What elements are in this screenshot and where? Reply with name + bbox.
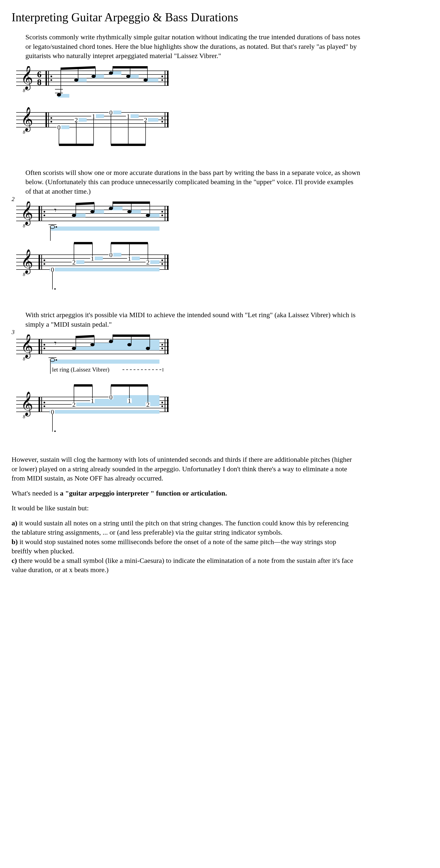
svg-point-217 bbox=[54, 431, 56, 432]
svg-point-105 bbox=[127, 210, 132, 213]
svg-rect-161 bbox=[51, 360, 160, 364]
item-b-text: it would stop sustained notes some milli… bbox=[11, 538, 336, 555]
svg-point-196 bbox=[162, 406, 163, 407]
item-c-label: c) bbox=[11, 557, 17, 564]
svg-text:8: 8 bbox=[23, 356, 25, 361]
svg-rect-143 bbox=[111, 242, 148, 244]
measure-number-3: 3 bbox=[11, 328, 14, 336]
paragraph-6: It would be like sustain but: bbox=[11, 503, 358, 513]
svg-point-107 bbox=[146, 214, 150, 217]
list-items: a) it would sustain all notes on a strin… bbox=[11, 519, 358, 575]
svg-point-157 bbox=[162, 344, 163, 346]
svg-point-81 bbox=[44, 211, 45, 213]
music-example-1: 𝄞 8 6 8 bbox=[11, 66, 429, 159]
measure-number-2: 2 bbox=[11, 195, 14, 203]
svg-point-12 bbox=[162, 79, 163, 81]
let-ring-label: let ring (Laissez Vibrer) bbox=[52, 366, 109, 373]
svg-point-31 bbox=[126, 75, 130, 78]
svg-marker-102 bbox=[76, 202, 94, 205]
svg-marker-36 bbox=[113, 66, 147, 68]
svg-rect-164 bbox=[110, 340, 160, 343]
svg-point-195 bbox=[162, 402, 163, 403]
paragraph-4: However, sustain will clog the harmony w… bbox=[11, 455, 358, 483]
para5-bold: a "guitar arpeggio interpreter " functio… bbox=[60, 489, 227, 497]
svg-point-48 bbox=[162, 117, 163, 119]
item-a-text: it would sustain all notes on a string u… bbox=[11, 519, 348, 536]
svg-point-119 bbox=[44, 259, 45, 261]
music-example-3: 3 𝄞 8 𝄾 l bbox=[11, 335, 429, 445]
svg-point-27 bbox=[92, 75, 96, 78]
para5-pre: What's needed is bbox=[11, 489, 60, 497]
svg-point-25 bbox=[74, 79, 78, 82]
svg-point-9 bbox=[50, 75, 52, 77]
svg-text:𝄞: 𝄞 bbox=[21, 392, 33, 417]
svg-point-145 bbox=[54, 288, 56, 290]
svg-point-175 bbox=[109, 340, 113, 343]
svg-text:𝄞: 𝄞 bbox=[21, 249, 33, 274]
svg-rect-87 bbox=[51, 226, 160, 231]
svg-text:𝄞: 𝄞 bbox=[21, 66, 33, 90]
svg-rect-125 bbox=[50, 268, 160, 271]
svg-rect-211 bbox=[74, 384, 93, 386]
svg-point-158 bbox=[162, 348, 163, 349]
svg-point-103 bbox=[109, 207, 113, 210]
svg-point-172 bbox=[90, 343, 95, 346]
svg-rect-199 bbox=[50, 410, 160, 414]
svg-point-33 bbox=[143, 79, 148, 82]
svg-point-46 bbox=[50, 117, 52, 119]
svg-point-11 bbox=[162, 75, 163, 77]
page-title: Interpreting Guitar Arpeggio & Bass Dura… bbox=[11, 9, 429, 26]
paragraph-2: Often scorists will show one or more acc… bbox=[26, 168, 361, 196]
svg-rect-202 bbox=[109, 395, 160, 399]
svg-point-23 bbox=[57, 93, 61, 96]
svg-point-84 bbox=[162, 215, 163, 216]
svg-point-120 bbox=[44, 263, 45, 265]
svg-point-10 bbox=[50, 79, 52, 81]
item-a-label: a) bbox=[11, 519, 17, 527]
svg-marker-109 bbox=[113, 202, 150, 204]
svg-rect-139 bbox=[74, 242, 93, 244]
svg-rect-71 bbox=[111, 144, 145, 146]
svg-marker-181 bbox=[113, 335, 150, 337]
paragraph-3: With strict arpeggios it's possible via … bbox=[26, 310, 361, 329]
svg-point-179 bbox=[146, 347, 150, 350]
paragraph-intro: Scorists commonly write rhythmically sim… bbox=[26, 32, 361, 61]
svg-rect-215 bbox=[111, 384, 148, 386]
svg-point-82 bbox=[44, 215, 45, 216]
svg-rect-163 bbox=[91, 343, 160, 346]
svg-point-168 bbox=[56, 359, 57, 361]
svg-point-98 bbox=[72, 214, 76, 217]
svg-point-47 bbox=[50, 121, 52, 122]
svg-marker-174 bbox=[76, 335, 94, 338]
svg-point-170 bbox=[72, 347, 76, 350]
svg-text:𝄞: 𝄞 bbox=[21, 335, 33, 359]
svg-point-155 bbox=[44, 344, 45, 346]
svg-point-83 bbox=[162, 211, 163, 213]
item-c-text: there would be a small symbol (like a mi… bbox=[11, 557, 353, 574]
svg-text:8: 8 bbox=[23, 272, 25, 277]
svg-text:8: 8 bbox=[23, 414, 25, 419]
item-b-label: b) bbox=[11, 538, 18, 546]
svg-text:8: 8 bbox=[23, 88, 25, 93]
svg-point-29 bbox=[109, 71, 113, 75]
svg-point-49 bbox=[162, 121, 163, 122]
paragraph-5: What's needed is a "guitar arpeggio inte… bbox=[11, 489, 358, 498]
svg-text:𝄾: 𝄾 bbox=[54, 209, 56, 212]
svg-text:𝄞: 𝄞 bbox=[21, 107, 33, 132]
svg-point-121 bbox=[162, 259, 163, 261]
svg-point-96 bbox=[56, 226, 57, 228]
time-sig-bot: 8 bbox=[37, 77, 42, 87]
svg-rect-70 bbox=[59, 144, 94, 146]
svg-point-177 bbox=[127, 343, 132, 346]
svg-text:8: 8 bbox=[23, 129, 25, 135]
svg-point-122 bbox=[162, 263, 163, 265]
svg-text:𝄾: 𝄾 bbox=[54, 341, 56, 345]
svg-point-193 bbox=[44, 402, 45, 403]
svg-point-194 bbox=[44, 406, 45, 407]
svg-text:8: 8 bbox=[23, 223, 25, 228]
svg-point-100 bbox=[90, 210, 95, 213]
music-example-2: 2 𝄞 8 𝄾 bbox=[11, 202, 429, 301]
svg-point-156 bbox=[44, 348, 45, 349]
svg-text:𝄞: 𝄞 bbox=[21, 202, 33, 226]
